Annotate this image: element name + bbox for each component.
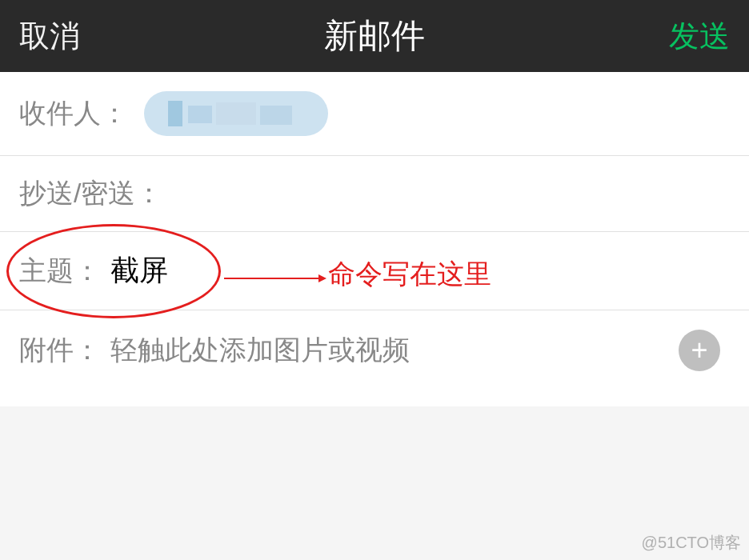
header-title: 新邮件 bbox=[324, 14, 425, 58]
cc-bcc-row[interactable]: 抄送/密送： bbox=[0, 156, 749, 232]
recipient-chip[interactable] bbox=[144, 91, 328, 136]
attachment-label: 附件： bbox=[19, 332, 101, 369]
attachment-row[interactable]: 附件： 轻触此处添加图片或视频 + bbox=[0, 310, 749, 390]
subject-input[interactable]: 截屏 bbox=[110, 251, 168, 290]
cancel-button[interactable]: 取消 bbox=[19, 16, 80, 57]
compose-form: 收件人： 抄送/密送： 主题： 截屏 附件： 轻触此处添加图片或视频 + bbox=[0, 72, 749, 406]
add-attachment-button[interactable]: + bbox=[679, 330, 720, 371]
cc-bcc-label: 抄送/密送： bbox=[19, 175, 162, 212]
watermark: @51CTO博客 bbox=[642, 532, 741, 554]
recipient-row[interactable]: 收件人： bbox=[0, 72, 749, 156]
subject-row[interactable]: 主题： 截屏 bbox=[0, 232, 749, 310]
subject-label: 主题： bbox=[19, 253, 101, 290]
redacted-content bbox=[216, 102, 256, 125]
compose-header: 取消 新邮件 发送 bbox=[0, 0, 749, 72]
attachment-left: 附件： 轻触此处添加图片或视频 bbox=[19, 332, 410, 369]
redacted-content bbox=[168, 101, 182, 126]
plus-icon: + bbox=[691, 336, 707, 365]
send-button[interactable]: 发送 bbox=[669, 16, 730, 57]
redacted-content bbox=[260, 106, 292, 125]
attachment-placeholder: 轻触此处添加图片或视频 bbox=[110, 332, 410, 369]
redacted-content bbox=[188, 106, 212, 123]
recipient-label: 收件人： bbox=[19, 95, 128, 132]
body-area[interactable] bbox=[0, 390, 749, 406]
